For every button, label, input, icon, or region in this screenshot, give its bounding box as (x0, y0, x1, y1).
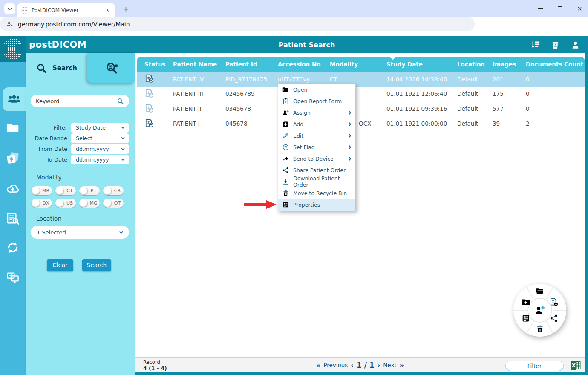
location-label: Location (36, 215, 61, 222)
radial-trash-icon[interactable] (535, 324, 545, 334)
menu-item-move-to-recycle-bin[interactable]: Move to Recycle Bin (278, 188, 355, 199)
modality-toggle-ct[interactable]: CT (55, 186, 76, 195)
toggle-knob (32, 199, 40, 207)
keyword-field-wrap (31, 95, 129, 107)
from-date-select[interactable]: dd.mm.yyyy (71, 144, 129, 154)
col-accession-no[interactable]: Accession No (278, 61, 330, 68)
last-page-icon[interactable]: » (400, 361, 404, 369)
user-icon[interactable] (571, 40, 580, 50)
sort-list-icon[interactable] (530, 40, 540, 50)
minimize-button[interactable] (536, 4, 545, 13)
first-page-icon[interactable]: « (316, 361, 320, 369)
prev-chevron-icon[interactable]: ‹ (351, 361, 354, 369)
menu-item-add[interactable]: Add (278, 118, 355, 130)
col-documents-count[interactable]: Documents Count (526, 61, 585, 68)
pencil-icon (282, 132, 289, 139)
filter-button[interactable]: Filter (505, 361, 564, 371)
toggle-knob (80, 199, 87, 207)
search-button[interactable]: Search (82, 259, 111, 271)
modality-toggle-mr[interactable]: MR (32, 186, 52, 195)
table-row-patient-iii[interactable]: PATIENT III 02456789 01.01.1921 12:06:40… (137, 87, 585, 101)
col-location[interactable]: Location (457, 61, 493, 68)
previous-page-button[interactable]: Previous (323, 362, 348, 369)
menu-item-edit[interactable]: Edit (278, 130, 355, 141)
new-tab-button[interactable] (121, 4, 131, 14)
red-pointer-arrow (244, 199, 277, 210)
table-row-patient-ii[interactable]: PATIENT II 0345678 01.01.1921 09:39:16 D… (137, 101, 585, 116)
radial-add-folder-icon[interactable] (521, 297, 530, 307)
col-status[interactable]: Status (144, 61, 173, 68)
browser-tab[interactable]: PostDICOM Viewer (17, 3, 115, 17)
menu-item-open-report-form[interactable]: Open Report Form (278, 95, 355, 107)
worklist-search-icon (6, 211, 20, 225)
modality-toggle-cr[interactable]: CR (103, 186, 124, 195)
site-settings-icon[interactable] (6, 20, 14, 28)
to-date-select[interactable]: dd.mm.yyyy (71, 155, 129, 164)
menu-item-open[interactable]: Open (278, 84, 355, 95)
radial-share-icon[interactable] (549, 314, 559, 323)
filter-label: Filter (26, 123, 67, 133)
chevron-down-icon (118, 230, 124, 235)
record-count: Record 4 (1 - 4) (143, 359, 167, 372)
col-patient-name[interactable]: Patient Name (173, 61, 225, 68)
location-select[interactable]: 1 Selected (31, 226, 129, 239)
cell-modality: CT (330, 76, 386, 83)
recycle-bin-icon[interactable] (551, 40, 560, 50)
clear-button[interactable]: Clear (47, 259, 73, 271)
menu-item-set-flag[interactable]: Set Flag (278, 141, 355, 153)
menu-item-properties[interactable]: Properties (278, 199, 355, 211)
status-report-signed-icon (144, 73, 155, 84)
table-row-patient-iv[interactable]: PATIENT IV PID_97178475 uffTzZTCvy CT 14… (137, 72, 585, 87)
keyword-input[interactable] (36, 98, 117, 104)
sidebar-item-sync[interactable] (0, 236, 26, 260)
cell-images: 39 (493, 120, 526, 127)
menu-item-share-patient-order[interactable]: Share Patient Order (278, 164, 355, 176)
col-modality[interactable]: Modality (330, 61, 386, 68)
radial-properties-edit-icon[interactable] (521, 314, 530, 323)
folder-icon (6, 121, 20, 135)
sidebar-item-worklist[interactable] (0, 206, 26, 230)
next-page-button[interactable]: Next (383, 362, 396, 369)
radial-open-folder-icon[interactable] (535, 287, 545, 296)
status-draft-icon (144, 103, 155, 113)
cell-location: Default (457, 120, 493, 127)
next-chevron-icon[interactable]: › (378, 361, 380, 369)
cell-location: Default (457, 105, 493, 112)
toggle-knob (104, 199, 111, 207)
close-button[interactable] (575, 4, 584, 13)
tab-advanced-search[interactable] (87, 53, 135, 83)
modality-toggle-mg[interactable]: MG (79, 199, 100, 208)
tab-search-chevron-button[interactable] (4, 3, 15, 14)
tab-basic-search[interactable]: Search (26, 53, 87, 83)
filter-select[interactable]: Study Date (71, 123, 129, 133)
radial-assign-user-icon[interactable] (534, 305, 545, 316)
date-range-select[interactable]: Select (71, 133, 129, 143)
table-row-patient-i[interactable]: PATIENT I 045678 OCX 01.01.1921 00:00:00… (137, 116, 585, 131)
col-patient-id[interactable]: Patient Id (225, 61, 278, 68)
keyword-search-icon[interactable] (117, 98, 124, 105)
sidebar-item-images[interactable] (0, 146, 26, 170)
menu-item-assign[interactable]: Assign (278, 107, 355, 118)
maximize-button[interactable] (556, 4, 564, 13)
sidebar-item-upload[interactable] (0, 176, 26, 200)
modality-toggle-ot[interactable]: OT (103, 199, 124, 208)
modality-toggle-dx[interactable]: DX (32, 199, 52, 208)
submenu-chevron-icon (347, 133, 352, 138)
col-study-date[interactable]: Study Date (386, 61, 457, 68)
modality-toggle-pt[interactable]: PT (79, 186, 100, 195)
menu-item-download-patient-order[interactable]: Download Patient Order (278, 176, 355, 188)
status-report-signed-icon (144, 118, 155, 128)
modality-toggle-us[interactable]: US (55, 199, 76, 208)
search-panel: Search Filter Study Date Date Range Sele… (26, 53, 135, 375)
dot-sphere-logo-icon (3, 38, 23, 60)
address-bar[interactable]: germany.postdicom.com/Viewer/Main (0, 17, 475, 31)
radial-report-add-icon[interactable] (549, 297, 559, 307)
sidebar-item-patients[interactable] (3, 87, 26, 111)
export-excel-icon[interactable] (571, 360, 581, 371)
from-date-label: From Date (26, 144, 67, 154)
tab-close-icon[interactable] (103, 6, 111, 14)
menu-item-send-to-device[interactable]: Send to Device (278, 153, 355, 164)
col-images[interactable]: Images (493, 61, 526, 68)
sidebar-item-devices[interactable] (0, 265, 26, 289)
sidebar-item-folders[interactable] (0, 116, 26, 140)
